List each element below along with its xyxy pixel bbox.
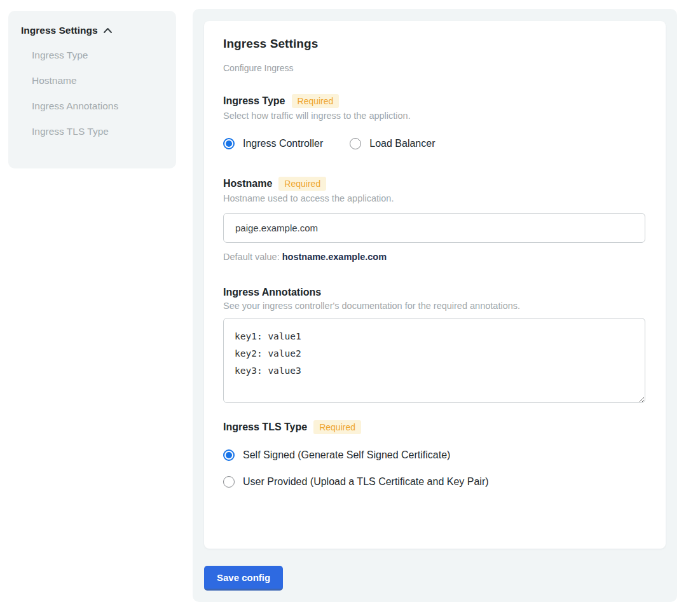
ingress-type-radio-group: Ingress Controller Load Balancer	[223, 138, 647, 149]
radio-ingress-controller[interactable]: Ingress Controller	[223, 138, 323, 149]
radio-user-provided[interactable]: User Provided (Upload a TLS Certificate …	[223, 476, 647, 488]
required-badge: Required	[292, 94, 340, 108]
ingress-annotations-label: Ingress Annotations	[223, 287, 321, 298]
section-ingress-tls-type: Ingress TLS Type Required Self Signed (G…	[223, 420, 647, 488]
default-value-text: hostname.example.com	[282, 252, 387, 262]
required-badge: Required	[278, 177, 326, 191]
default-value-prefix: Default value:	[223, 252, 282, 262]
section-ingress-annotations: Ingress Annotations See your ingress con…	[223, 287, 647, 403]
sidebar-group-label: Ingress Settings	[21, 25, 98, 36]
hostname-input[interactable]	[223, 213, 645, 243]
page-subtitle: Configure Ingress	[223, 63, 647, 73]
hostname-label: Hostname	[223, 178, 272, 189]
ingress-tls-radio-group: Self Signed (Generate Self Signed Certif…	[223, 449, 647, 488]
save-config-button[interactable]: Save config	[204, 566, 283, 591]
section-hostname: Hostname Required Hostname used to acces…	[223, 177, 647, 262]
sidebar-group-ingress-settings[interactable]: Ingress Settings	[21, 25, 163, 36]
radio-selected-icon	[223, 138, 235, 149]
settings-sidebar: Ingress Settings Ingress Type Hostname I…	[8, 11, 176, 168]
ingress-type-help: Select how traffic will ingress to the a…	[223, 111, 647, 121]
sidebar-nav: Ingress Type Hostname Ingress Annotation…	[21, 43, 163, 144]
sidebar-item-hostname[interactable]: Hostname	[21, 68, 163, 93]
ingress-type-label: Ingress Type	[223, 95, 285, 107]
radio-unselected-icon	[223, 476, 235, 488]
ingress-tls-type-label: Ingress TLS Type	[223, 421, 307, 433]
radio-self-signed[interactable]: Self Signed (Generate Self Signed Certif…	[223, 449, 647, 461]
sidebar-item-ingress-annotations[interactable]: Ingress Annotations	[21, 93, 163, 119]
hostname-default-line: Default value: hostname.example.com	[223, 252, 647, 262]
page-title: Ingress Settings	[223, 37, 647, 51]
required-badge: Required	[313, 420, 361, 434]
radio-unselected-icon	[350, 138, 361, 149]
ingress-settings-card: Ingress Settings Configure Ingress Ingre…	[204, 21, 666, 549]
ingress-annotations-textarea[interactable]: key1: value1 key2: value2 key3: value3	[223, 318, 645, 403]
radio-load-balancer[interactable]: Load Balancer	[350, 138, 435, 149]
sidebar-item-ingress-type[interactable]: Ingress Type	[21, 43, 163, 68]
hostname-help: Hostname used to access the application.	[223, 193, 647, 203]
section-ingress-type: Ingress Type Required Select how traffic…	[223, 94, 647, 149]
chevron-up-icon	[103, 27, 113, 34]
settings-panel: Ingress Settings Configure Ingress Ingre…	[193, 9, 677, 602]
sidebar-item-ingress-tls-type[interactable]: Ingress TLS Type	[21, 119, 163, 144]
radio-selected-icon	[223, 449, 235, 461]
ingress-annotations-help: See your ingress controller's documentat…	[223, 301, 647, 311]
